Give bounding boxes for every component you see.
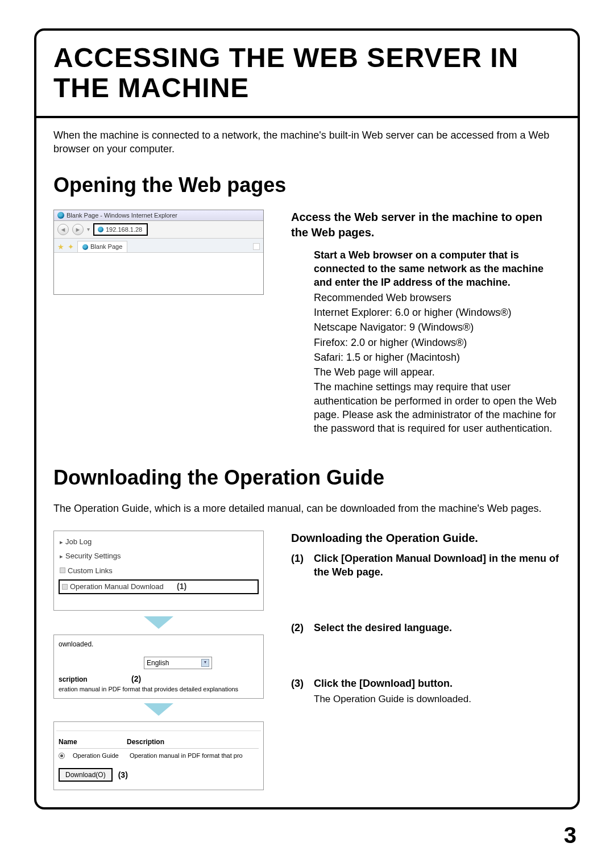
step-3-subtext: The Operation Guide is downloaded.	[314, 693, 561, 706]
back-button[interactable]: ◄	[57, 224, 69, 235]
menu-custom-label: Custom Links	[68, 566, 113, 576]
page-title: ACCESSING THE WEB SERVER IN THE MACHINE	[53, 43, 561, 103]
address-bar[interactable]: 192.168.1.28	[93, 223, 148, 236]
row-name: Operation Guide	[73, 752, 122, 760]
favorites-icon[interactable]: ★	[57, 242, 64, 252]
intro-paragraph: When the machine is connected to a netwo…	[53, 128, 561, 156]
description-header: scription	[59, 675, 259, 684]
browser-window-title: Blank Page - Windows Internet Explorer	[67, 211, 177, 220]
arrow-right-icon	[60, 551, 63, 561]
browser-titlebar: Blank Page - Windows Internet Explorer	[54, 210, 263, 221]
browser-tab[interactable]: Blank Page	[77, 241, 127, 252]
callout-1: (1)	[177, 582, 186, 591]
radio-selected[interactable]	[59, 753, 65, 759]
menu-job-log-label: Job Log	[65, 537, 92, 547]
access-heading: Access the Web server in the machine to …	[291, 210, 561, 240]
table-row: Operation Guide Operation manual in PDF …	[59, 749, 259, 765]
row-description: Operation manual in PDF format that pro	[130, 752, 243, 760]
auth-note: The machine settings may require that us…	[314, 380, 561, 435]
step-1-text: Click [Operation Manual Download] in the…	[314, 552, 561, 579]
section1-text: Access the Web server in the machine to …	[291, 210, 561, 437]
description-text: eration manual in PDF format that provid…	[59, 685, 259, 694]
browser-safari: Safari: 1.5 or higher (Macintosh)	[314, 350, 561, 364]
page-number: 3	[34, 820, 580, 850]
browser-toolbar: ◄ ► ▾ 192.168.1.28	[54, 221, 263, 239]
browser-firefox: Firefox: 2.0 or higher (Windows®)	[314, 336, 561, 349]
item-icon	[62, 584, 68, 590]
step-2: (2) Select the desired language.	[291, 621, 561, 635]
table-header: Name Description	[59, 736, 259, 749]
menu-download-highlighted[interactable]: Operation Manual Download	[59, 579, 259, 594]
recommended-label: Recommended Web browsers	[314, 291, 561, 304]
menu-security[interactable]: Security Settings	[54, 549, 263, 564]
section2-body: Job Log Security Settings Custom Links O…	[53, 531, 561, 791]
language-screenshot: ownloaded. English ▾ scription (2) erati…	[53, 635, 264, 699]
tab-page-icon	[82, 244, 88, 250]
tab-label: Blank Page	[90, 243, 122, 251]
item-icon	[60, 567, 65, 573]
page-appear-text: The Web page will appear.	[314, 365, 561, 379]
menu-custom-links[interactable]: Custom Links	[54, 564, 263, 578]
download-button[interactable]: Download(O)	[59, 768, 113, 782]
step-3-number: (3)	[291, 677, 308, 690]
web-menu-screenshot: Job Log Security Settings Custom Links O…	[53, 531, 264, 611]
section2-heading: Downloading the Operation Guide	[53, 464, 561, 492]
callout-3: (3)	[118, 770, 128, 781]
browser-netscape: Netscape Navigator: 9 (Windows®)	[314, 320, 561, 334]
browser-window: Blank Page - Windows Internet Explorer ◄…	[53, 210, 264, 295]
step-2-text: Select the desired language.	[314, 621, 452, 635]
browser-viewport	[54, 253, 263, 286]
ie-icon	[57, 212, 64, 219]
browser-ie: Internet Explorer: 6.0 or higher (Window…	[314, 306, 561, 319]
down-arrow-icon	[144, 703, 173, 716]
section1-heading: Opening the Web pages	[53, 172, 561, 199]
download-screenshots: Job Log Security Settings Custom Links O…	[53, 531, 264, 791]
page-frame: ACCESSING THE WEB SERVER IN THE MACHINE …	[34, 28, 580, 809]
menu-security-label: Security Settings	[65, 551, 121, 561]
browser-tabs-row: ★ ✦ Blank Page	[54, 239, 263, 253]
col-description: Description	[127, 737, 164, 746]
language-dropdown[interactable]: English ▾	[144, 657, 212, 669]
step-3: (3) Click the [Download] button. The Ope…	[291, 677, 561, 706]
add-favorites-icon[interactable]: ✦	[68, 242, 74, 252]
col-name: Name	[59, 737, 104, 746]
arrow-right-icon	[60, 537, 63, 547]
step-3-text: Click the [Download] button.	[314, 677, 453, 690]
menu-job-log[interactable]: Job Log	[54, 535, 263, 549]
download-steps: Downloading the Operation Guide. (1) Cli…	[291, 531, 561, 714]
section1-body: Blank Page - Windows Internet Explorer ◄…	[53, 210, 561, 437]
down-arrow-icon	[144, 616, 173, 629]
step-1: (1) Click [Operation Manual Download] in…	[291, 552, 561, 579]
language-value: English	[147, 658, 169, 667]
access-instruction: Start a Web browser on a computer that i…	[314, 248, 561, 290]
callout-2: (2)	[131, 674, 141, 685]
step-2-number: (2)	[291, 621, 308, 635]
title-box: ACCESSING THE WEB SERVER IN THE MACHINE	[36, 31, 578, 118]
page-content: When the machine is connected to a netwo…	[36, 118, 578, 808]
steps-heading: Downloading the Operation Guide.	[291, 531, 561, 546]
address-value: 192.168.1.28	[106, 226, 142, 234]
page-icon	[98, 227, 103, 232]
browser-screenshot: Blank Page - Windows Internet Explorer ◄…	[53, 210, 264, 295]
menu-download-label: Operation Manual Download	[70, 582, 164, 592]
partial-text: ownloaded.	[59, 640, 259, 649]
dropdown-caret-icon: ▾	[87, 226, 90, 233]
dropdown-caret-icon: ▾	[201, 659, 209, 667]
access-details: Start a Web browser on a computer that i…	[314, 248, 561, 436]
section2-intro: The Operation Guide, which is a more det…	[53, 502, 561, 515]
tab-dropdown[interactable]	[253, 243, 260, 250]
forward-button[interactable]: ►	[72, 224, 84, 235]
step-1-number: (1)	[291, 552, 308, 579]
download-screenshot: Name Description Operation Guide Operati…	[53, 721, 264, 790]
